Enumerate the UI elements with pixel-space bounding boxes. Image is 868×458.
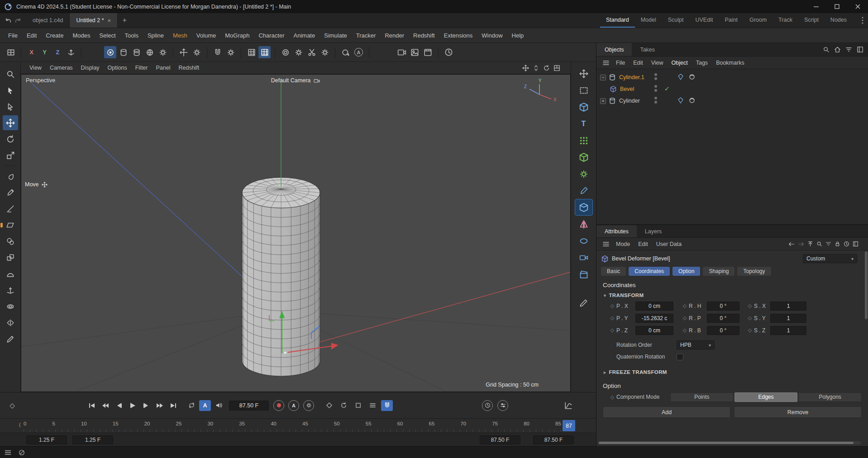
close-tab-icon[interactable]: × <box>108 17 111 24</box>
play-mode-toggle[interactable]: A <box>199 400 211 411</box>
phong-tag-icon[interactable] <box>688 73 696 80</box>
rotate-tool[interactable] <box>3 132 18 146</box>
tab-coordinates[interactable]: Coordinates <box>629 267 670 276</box>
workplane-mode-button[interactable] <box>143 46 156 58</box>
forward-history-icon[interactable] <box>14 17 22 24</box>
om-menu-file[interactable]: File <box>612 60 629 66</box>
symmetry-icon[interactable] <box>575 216 592 232</box>
display-tag-icon[interactable] <box>677 97 684 104</box>
live-selection-tool[interactable] <box>3 83 18 98</box>
brush-tool[interactable] <box>3 169 18 184</box>
camera-swap-icon[interactable] <box>314 78 320 83</box>
pen-tool[interactable] <box>3 185 18 200</box>
panel-menu-icon[interactable] <box>857 46 863 53</box>
new-document-button[interactable]: + <box>118 13 131 28</box>
modeling-settings-icon[interactable] <box>157 46 169 58</box>
vp-menu-redshift[interactable]: Redshift <box>174 65 203 71</box>
layout-paint[interactable]: Paint <box>719 13 744 28</box>
lock-x-axis-button[interactable]: X <box>25 46 38 58</box>
axis-settings-icon[interactable] <box>191 46 203 58</box>
fcurve-editor-icon[interactable] <box>563 400 574 411</box>
previous-frame-button[interactable] <box>113 400 125 411</box>
om-menu-bookmarks[interactable]: Bookmarks <box>712 60 749 66</box>
sy-field[interactable]: 1 <box>770 314 806 323</box>
rh-field[interactable]: 0 ° <box>707 302 739 311</box>
sound-toggle[interactable] <box>213 400 224 411</box>
layout-uvedit[interactable]: UVEdit <box>690 13 719 28</box>
modeling-settings-icon[interactable] <box>575 166 592 182</box>
at-menu-mode[interactable]: Mode <box>612 241 634 247</box>
keyable-diamond-icon[interactable]: ◇ <box>746 327 754 333</box>
status-menu-icon[interactable] <box>5 450 11 455</box>
keyframe-settings-button[interactable] <box>303 400 314 411</box>
menu-file[interactable]: File <box>4 32 22 39</box>
grid-quantize-icon[interactable] <box>245 46 258 58</box>
record-button[interactable] <box>273 400 284 411</box>
menu-extensions[interactable]: Extensions <box>439 32 477 39</box>
sphere-primitives-tool[interactable] <box>3 234 18 249</box>
timeline-clock-icon[interactable] <box>443 46 455 58</box>
range-start-field-b[interactable]: 1.25 F <box>72 435 113 444</box>
keyframe-selection-toggle[interactable] <box>381 400 393 411</box>
orientation-gizmo[interactable]: Y X Z <box>520 78 558 106</box>
points-mode-button[interactable]: Points <box>670 392 734 402</box>
point-mode-icon[interactable] <box>575 132 592 148</box>
menu-edit[interactable]: Edit <box>22 32 41 39</box>
tab-option[interactable]: Option <box>672 267 700 276</box>
range-start-field[interactable]: 1.25 F <box>26 435 67 444</box>
rotation-key-toggle[interactable] <box>338 400 349 411</box>
menu-tracker[interactable]: Tracker <box>352 32 381 39</box>
tree-row-cylinder[interactable]: + Cylinder <box>596 95 868 107</box>
search-icon[interactable] <box>823 46 830 53</box>
tweak-selection-tool[interactable] <box>3 99 18 114</box>
doc-tab-object1[interactable]: object 1.c4d <box>26 13 70 28</box>
pz-field[interactable]: 0 cm <box>635 326 673 335</box>
polygon-pen-icon[interactable] <box>575 183 592 198</box>
current-frame-field[interactable]: 87.50 F <box>229 401 269 411</box>
timeline-ruler[interactable]: ( 0 5 10 15 20 25 30 35 40 45 50 55 60 6… <box>0 418 596 433</box>
polygons-mode-button[interactable]: Polygons <box>798 392 862 402</box>
menu-redshift[interactable]: Redshift <box>409 32 439 39</box>
vp-menu-filter[interactable]: Filter <box>131 65 152 71</box>
next-frame-button[interactable] <box>140 400 152 411</box>
goto-end-button[interactable] <box>167 400 179 411</box>
object-label[interactable]: Cylinder.1 <box>619 74 644 80</box>
menu-mesh[interactable]: Mesh <box>168 32 192 39</box>
menu-volume[interactable]: Volume <box>192 32 220 39</box>
history-icon[interactable] <box>844 241 849 247</box>
scale-key-toggle[interactable] <box>352 400 364 411</box>
parameter-key-toggle[interactable] <box>367 400 378 411</box>
lock-icon[interactable] <box>835 241 840 247</box>
at-menu-userdata[interactable]: User Data <box>652 241 686 247</box>
remove-button[interactable]: Remove <box>734 406 862 418</box>
quaternion-checkbox[interactable] <box>677 354 683 360</box>
range-end-field[interactable]: 87.50 F <box>480 435 520 444</box>
visibility-toggles[interactable] <box>654 97 657 104</box>
menu-mograph[interactable]: MoGraph <box>220 32 254 39</box>
move-tool[interactable] <box>3 115 18 130</box>
layout-menu-icon[interactable] <box>857 13 868 28</box>
snap-magnet-icon[interactable] <box>211 46 224 58</box>
sx-field[interactable]: 1 <box>770 302 806 311</box>
layout-sculpt[interactable]: Sculpt <box>662 13 690 28</box>
sz-field[interactable]: 1 <box>770 326 806 335</box>
autokey-button[interactable]: A <box>288 400 299 411</box>
py-field[interactable]: -15.2632 c <box>635 314 673 323</box>
menu-tools[interactable]: Tools <box>120 32 143 39</box>
edges-mode-button[interactable]: Edges <box>734 392 798 402</box>
playback-rate-button[interactable] <box>482 400 493 411</box>
edge-mode-icon[interactable] <box>575 199 592 215</box>
range-end-field-b[interactable]: 87.50 F <box>533 435 574 444</box>
om-menu-edit[interactable]: Edit <box>629 60 647 66</box>
previous-key-button[interactable] <box>100 400 111 411</box>
enable-axis-button[interactable] <box>177 46 190 58</box>
tab-shaping[interactable]: Shaping <box>703 267 734 276</box>
knife-tool[interactable] <box>3 201 18 216</box>
om-menu-object[interactable]: Object <box>668 60 692 66</box>
tab-basic[interactable]: Basic <box>601 267 626 276</box>
layout-track[interactable]: Track <box>773 13 798 28</box>
layout-model[interactable]: Model <box>635 13 662 28</box>
collapse-icon[interactable]: − <box>600 75 606 80</box>
pencil-tool[interactable] <box>3 331 18 346</box>
viewport-canvas[interactable]: Perspective Default Camera Move Grid Spa… <box>21 74 571 392</box>
